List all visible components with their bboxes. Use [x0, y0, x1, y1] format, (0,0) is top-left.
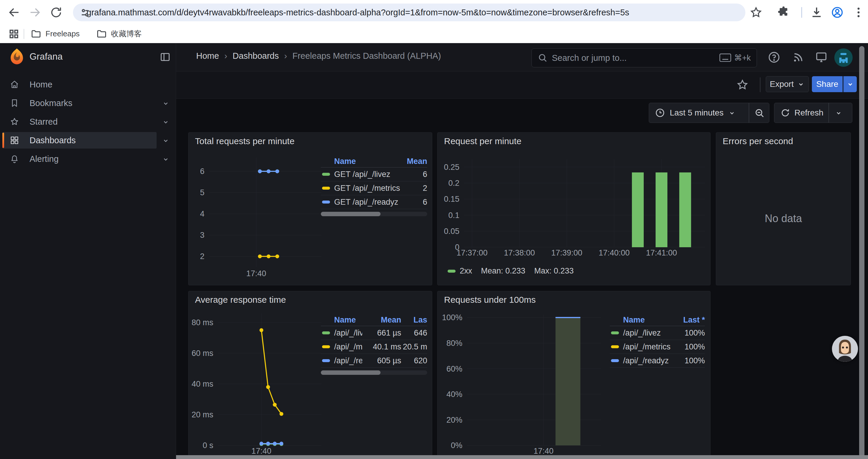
legend-column-header[interactable]: Name	[321, 157, 402, 166]
product-name[interactable]: Grafana	[30, 52, 63, 62]
panel-requests-under-100ms[interactable]: Requests under 100ms 100%80%60%40%20%0%1…	[437, 291, 711, 459]
time-range-label[interactable]: Last 5 minutes	[670, 108, 723, 118]
legend-scrollbar-thumb[interactable]	[321, 370, 380, 375]
legend-value: 2	[402, 184, 427, 193]
legend-scrollbar-thumb[interactable]	[321, 212, 380, 216]
panel-title: Requests under 100ms	[444, 295, 536, 305]
sidebar-item-label: Home	[30, 80, 52, 90]
legend-column-header[interactable]: Mean	[402, 157, 427, 166]
breadcrumb-dashboards[interactable]: Dashboards	[232, 51, 279, 61]
legend-series-name[interactable]: /api/_/metrics	[623, 342, 671, 352]
panel-errors-per-second[interactable]: Errors per second No data	[716, 132, 851, 285]
legend-swatch	[611, 331, 619, 334]
vertical-scrollbar[interactable]	[859, 46, 864, 457]
apps-grid-icon[interactable]	[8, 28, 20, 40]
chevron-down-icon[interactable]	[162, 137, 169, 144]
forward-icon[interactable]	[28, 6, 41, 19]
legend-row[interactable]: /api/_/livez661 µs646	[321, 326, 427, 340]
legend-series-name[interactable]: /api/_/metrics	[334, 342, 362, 352]
refresh-icon[interactable]	[780, 108, 790, 118]
sidebar-toggle-icon[interactable]	[159, 52, 171, 63]
legend-row[interactable]: /api/_/readyz605 µs620	[321, 354, 427, 368]
legend-row[interactable]: /api/_/metrics100%	[610, 340, 705, 354]
panel-request-per-minute[interactable]: Request per minute 0.250.20.150.10.05017…	[437, 132, 711, 285]
legend-scrollbar-track[interactable]	[321, 370, 427, 375]
url-bar[interactable]: grafana.mathmast.com/d/deytv4rwavabkb/fr…	[73, 4, 745, 21]
favorite-star-icon[interactable]	[736, 78, 749, 91]
legend-series-name[interactable]: /api/_/readyz	[623, 356, 669, 365]
url-text[interactable]: grafana.mathmast.com/d/deytv4rwavabkb/fr…	[87, 8, 629, 18]
breadcrumb-separator: ›	[224, 51, 227, 61]
legend-column-header[interactable]: Last *	[672, 316, 705, 325]
chevron-down-icon[interactable]	[728, 109, 736, 117]
legend-header: NameMean	[321, 156, 427, 167]
breadcrumb-home[interactable]: Home	[196, 51, 219, 61]
sidebar-item-alerting[interactable]: Alerting	[0, 151, 176, 167]
panel-total-requests-per-minute[interactable]: Total requests per minute 6543217:40 Nam…	[188, 132, 432, 285]
user-avatar[interactable]	[834, 48, 852, 67]
legend-row[interactable]: /api/_/livez100%	[610, 326, 705, 340]
legend-series-name[interactable]: /api/_/livez	[334, 328, 362, 338]
chevron-down-icon[interactable]	[162, 155, 169, 163]
sidebar-item-home[interactable]: Home	[0, 76, 176, 93]
news-rss-icon[interactable]	[792, 51, 805, 64]
legend-row[interactable]: /api/_/metrics40.1 ms20.5 m	[321, 340, 427, 354]
legend-column-header[interactable]: Mean	[362, 316, 401, 325]
legend-series-name[interactable]: /api/_/readyz	[334, 356, 362, 365]
bookmark-folder-blogs[interactable]: 收藏博客	[96, 29, 142, 39]
grafana-logo[interactable]	[8, 48, 25, 66]
sidebar-item-bookmarks[interactable]: Bookmarks	[0, 95, 176, 111]
horizontal-scrollbar[interactable]	[176, 455, 868, 459]
legend-series-label[interactable]: 2xx	[460, 266, 472, 275]
export-button[interactable]: Export	[766, 76, 809, 92]
legend-series-name[interactable]: GET /api/_/livez	[334, 170, 390, 179]
sidebar-item-starred[interactable]: Starred	[0, 113, 176, 130]
legend-series-name[interactable]: GET /api/_/metrics	[334, 184, 400, 193]
bookmarks-divider	[24, 29, 24, 39]
bookmark-folder-freeleaps[interactable]: Freeleaps	[31, 29, 80, 39]
svg-text:17:41:00: 17:41:00	[646, 249, 677, 257]
legend-column-header[interactable]: Name	[321, 316, 362, 325]
svg-text:17:39:00: 17:39:00	[551, 249, 582, 257]
zoom-out-icon[interactable]	[754, 108, 765, 119]
share-menu-button[interactable]	[843, 76, 857, 92]
chevron-down-icon	[846, 80, 854, 88]
legend-inline[interactable]: 2xx Mean: 0.233 Max: 0.233	[446, 266, 574, 275]
sidebar-item-dashboards[interactable]: Dashboards	[0, 132, 176, 149]
bar-chart[interactable]: 0.250.20.150.10.05017:37:0017:38:0017:39…	[438, 133, 711, 285]
svg-text:17:40: 17:40	[533, 447, 554, 455]
refresh-label[interactable]: Refresh	[795, 108, 824, 118]
legend-row[interactable]: GET /api/_/metrics2	[321, 182, 427, 195]
help-icon[interactable]	[768, 51, 780, 64]
share-button[interactable]: Share	[812, 76, 843, 92]
tune-icon[interactable]	[80, 8, 90, 18]
download-icon[interactable]	[810, 6, 823, 19]
legend-column-header[interactable]: Las	[401, 316, 427, 325]
legend-scrollbar-track[interactable]	[321, 212, 427, 216]
apps-icon	[9, 135, 20, 145]
legend-series-name[interactable]: GET /api/_/readyz	[334, 198, 398, 207]
browser-menu-icon[interactable]	[852, 6, 865, 19]
legend-row[interactable]: /api/_/readyz100%	[610, 354, 705, 368]
legend-column-header[interactable]: Name	[610, 316, 672, 325]
chevron-down-icon[interactable]	[835, 109, 842, 117]
legend-value: 100%	[672, 328, 705, 338]
extensions-icon[interactable]	[777, 6, 790, 19]
panel-average-response-time[interactable]: Average response time 80 ms60 ms40 ms20 …	[188, 291, 432, 459]
svg-text:0.15: 0.15	[444, 195, 459, 203]
bookmark-star-icon[interactable]	[749, 6, 763, 19]
legend-series-name[interactable]: /api/_/livez	[623, 328, 661, 338]
monitor-icon[interactable]	[815, 51, 828, 64]
back-icon[interactable]	[8, 6, 21, 19]
star-icon	[9, 117, 20, 127]
legend-value: 100%	[672, 342, 705, 352]
assistant-avatar[interactable]	[832, 336, 858, 362]
button-divider	[749, 103, 749, 123]
reload-icon[interactable]	[50, 6, 63, 19]
chevron-down-icon[interactable]	[162, 100, 169, 107]
profile-icon[interactable]	[831, 6, 844, 19]
search-input[interactable]: Search or jump to... ⌘+k	[531, 48, 757, 67]
legend-row[interactable]: GET /api/_/readyz6	[321, 195, 427, 209]
legend-row[interactable]: GET /api/_/livez6	[321, 167, 427, 182]
chevron-down-icon[interactable]	[162, 118, 169, 126]
